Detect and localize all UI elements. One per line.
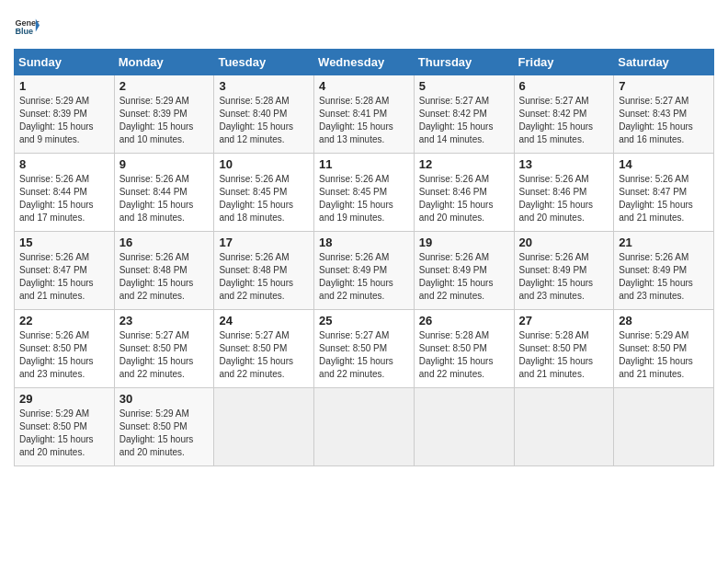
day-number: 29 <box>19 392 109 406</box>
day-info: Sunrise: 5:26 AM Sunset: 8:49 PM Dayligh… <box>519 251 609 303</box>
day-number: 18 <box>319 236 409 249</box>
day-number: 9 <box>119 157 210 171</box>
day-header-sunday: Sunday <box>15 50 115 75</box>
day-header-wednesday: Wednesday <box>314 50 415 75</box>
day-number: 11 <box>319 157 409 171</box>
day-number: 6 <box>519 79 609 93</box>
day-info: Sunrise: 5:26 AM Sunset: 8:48 PM Dayligh… <box>219 251 309 303</box>
day-info: Sunrise: 5:26 AM Sunset: 8:46 PM Dayligh… <box>519 173 609 224</box>
logo-icon: General Blue <box>14 14 40 40</box>
day-info: Sunrise: 5:27 AM Sunset: 8:42 PM Dayligh… <box>519 95 609 146</box>
calendar-cell: 2Sunrise: 5:29 AM Sunset: 8:39 PM Daylig… <box>114 75 214 154</box>
calendar-cell: 26Sunrise: 5:28 AM Sunset: 8:50 PM Dayli… <box>414 310 514 388</box>
calendar-cell <box>614 388 714 466</box>
day-number: 24 <box>219 314 309 327</box>
calendar-week-2: 8Sunrise: 5:26 AM Sunset: 8:44 PM Daylig… <box>15 154 714 232</box>
svg-text:Blue: Blue <box>15 27 33 36</box>
day-info: Sunrise: 5:29 AM Sunset: 8:50 PM Dayligh… <box>19 408 109 459</box>
day-number: 14 <box>619 157 709 171</box>
day-info: Sunrise: 5:27 AM Sunset: 8:50 PM Dayligh… <box>319 329 409 381</box>
calendar-cell: 14Sunrise: 5:26 AM Sunset: 8:47 PM Dayli… <box>614 154 714 232</box>
calendar-week-4: 22Sunrise: 5:26 AM Sunset: 8:50 PM Dayli… <box>15 310 714 388</box>
calendar-cell: 27Sunrise: 5:28 AM Sunset: 8:50 PM Dayli… <box>514 310 614 388</box>
day-number: 12 <box>419 157 509 171</box>
calendar-cell: 15Sunrise: 5:26 AM Sunset: 8:47 PM Dayli… <box>15 232 115 310</box>
day-info: Sunrise: 5:26 AM Sunset: 8:46 PM Dayligh… <box>419 173 509 224</box>
day-header-saturday: Saturday <box>614 50 714 75</box>
day-number: 16 <box>119 236 210 249</box>
calendar-cell: 4Sunrise: 5:28 AM Sunset: 8:41 PM Daylig… <box>314 75 415 154</box>
calendar-cell: 10Sunrise: 5:26 AM Sunset: 8:45 PM Dayli… <box>214 154 314 232</box>
calendar-week-5: 29Sunrise: 5:29 AM Sunset: 8:50 PM Dayli… <box>15 388 714 466</box>
day-number: 17 <box>219 236 309 249</box>
day-number: 30 <box>119 392 210 406</box>
calendar-cell: 18Sunrise: 5:26 AM Sunset: 8:49 PM Dayli… <box>314 232 415 310</box>
day-number: 21 <box>619 236 709 249</box>
day-number: 5 <box>419 79 509 93</box>
day-number: 22 <box>19 314 109 327</box>
day-number: 27 <box>519 314 609 327</box>
day-header-thursday: Thursday <box>414 50 514 75</box>
calendar-cell: 8Sunrise: 5:26 AM Sunset: 8:44 PM Daylig… <box>15 154 115 232</box>
day-number: 28 <box>619 314 709 327</box>
calendar-cell: 1Sunrise: 5:29 AM Sunset: 8:39 PM Daylig… <box>15 75 115 154</box>
day-info: Sunrise: 5:26 AM Sunset: 8:45 PM Dayligh… <box>219 173 309 224</box>
days-of-week-row: SundayMondayTuesdayWednesdayThursdayFrid… <box>15 50 714 75</box>
day-info: Sunrise: 5:26 AM Sunset: 8:49 PM Dayligh… <box>419 251 509 303</box>
calendar-cell: 28Sunrise: 5:29 AM Sunset: 8:50 PM Dayli… <box>614 310 714 388</box>
header: General Blue <box>14 14 714 40</box>
day-info: Sunrise: 5:27 AM Sunset: 8:50 PM Dayligh… <box>119 329 210 381</box>
day-header-tuesday: Tuesday <box>214 50 314 75</box>
calendar-cell: 20Sunrise: 5:26 AM Sunset: 8:49 PM Dayli… <box>514 232 614 310</box>
calendar-cell: 25Sunrise: 5:27 AM Sunset: 8:50 PM Dayli… <box>314 310 415 388</box>
calendar-cell: 21Sunrise: 5:26 AM Sunset: 8:49 PM Dayli… <box>614 232 714 310</box>
calendar-body: 1Sunrise: 5:29 AM Sunset: 8:39 PM Daylig… <box>15 75 714 466</box>
calendar-header: SundayMondayTuesdayWednesdayThursdayFrid… <box>15 50 714 75</box>
calendar-week-1: 1Sunrise: 5:29 AM Sunset: 8:39 PM Daylig… <box>15 75 714 154</box>
calendar-cell: 12Sunrise: 5:26 AM Sunset: 8:46 PM Dayli… <box>414 154 514 232</box>
calendar-cell: 23Sunrise: 5:27 AM Sunset: 8:50 PM Dayli… <box>114 310 214 388</box>
day-number: 19 <box>419 236 509 249</box>
day-info: Sunrise: 5:29 AM Sunset: 8:39 PM Dayligh… <box>19 95 109 146</box>
logo: General Blue <box>14 14 40 40</box>
day-info: Sunrise: 5:28 AM Sunset: 8:40 PM Dayligh… <box>219 95 309 146</box>
calendar-cell: 9Sunrise: 5:26 AM Sunset: 8:44 PM Daylig… <box>114 154 214 232</box>
day-info: Sunrise: 5:28 AM Sunset: 8:41 PM Dayligh… <box>319 95 409 146</box>
day-header-monday: Monday <box>114 50 214 75</box>
day-info: Sunrise: 5:26 AM Sunset: 8:48 PM Dayligh… <box>119 251 210 303</box>
calendar-cell: 16Sunrise: 5:26 AM Sunset: 8:48 PM Dayli… <box>114 232 214 310</box>
calendar-cell <box>314 388 415 466</box>
day-info: Sunrise: 5:27 AM Sunset: 8:43 PM Dayligh… <box>619 95 709 146</box>
day-info: Sunrise: 5:29 AM Sunset: 8:50 PM Dayligh… <box>619 329 709 381</box>
day-number: 25 <box>319 314 409 327</box>
day-info: Sunrise: 5:26 AM Sunset: 8:47 PM Dayligh… <box>19 251 109 303</box>
calendar-cell: 11Sunrise: 5:26 AM Sunset: 8:45 PM Dayli… <box>314 154 415 232</box>
day-info: Sunrise: 5:26 AM Sunset: 8:44 PM Dayligh… <box>19 173 109 224</box>
day-info: Sunrise: 5:27 AM Sunset: 8:50 PM Dayligh… <box>219 329 309 381</box>
day-info: Sunrise: 5:26 AM Sunset: 8:47 PM Dayligh… <box>619 173 709 224</box>
calendar-week-3: 15Sunrise: 5:26 AM Sunset: 8:47 PM Dayli… <box>15 232 714 310</box>
day-info: Sunrise: 5:26 AM Sunset: 8:50 PM Dayligh… <box>19 329 109 381</box>
calendar-cell: 30Sunrise: 5:29 AM Sunset: 8:50 PM Dayli… <box>114 388 214 466</box>
day-number: 26 <box>419 314 509 327</box>
day-info: Sunrise: 5:29 AM Sunset: 8:50 PM Dayligh… <box>119 408 210 459</box>
calendar-cell <box>214 388 314 466</box>
day-number: 3 <box>219 79 309 93</box>
day-info: Sunrise: 5:26 AM Sunset: 8:49 PM Dayligh… <box>319 251 409 303</box>
calendar-cell: 5Sunrise: 5:27 AM Sunset: 8:42 PM Daylig… <box>414 75 514 154</box>
day-info: Sunrise: 5:29 AM Sunset: 8:39 PM Dayligh… <box>119 95 210 146</box>
day-info: Sunrise: 5:28 AM Sunset: 8:50 PM Dayligh… <box>419 329 509 381</box>
day-number: 1 <box>19 79 109 93</box>
day-number: 4 <box>319 79 409 93</box>
calendar-cell: 6Sunrise: 5:27 AM Sunset: 8:42 PM Daylig… <box>514 75 614 154</box>
day-header-friday: Friday <box>514 50 614 75</box>
day-info: Sunrise: 5:26 AM Sunset: 8:49 PM Dayligh… <box>619 251 709 303</box>
calendar-cell: 3Sunrise: 5:28 AM Sunset: 8:40 PM Daylig… <box>214 75 314 154</box>
day-number: 7 <box>619 79 709 93</box>
day-number: 8 <box>19 157 109 171</box>
calendar-cell: 24Sunrise: 5:27 AM Sunset: 8:50 PM Dayli… <box>214 310 314 388</box>
day-number: 10 <box>219 157 309 171</box>
calendar-cell: 29Sunrise: 5:29 AM Sunset: 8:50 PM Dayli… <box>15 388 115 466</box>
day-number: 23 <box>119 314 210 327</box>
calendar-cell <box>514 388 614 466</box>
